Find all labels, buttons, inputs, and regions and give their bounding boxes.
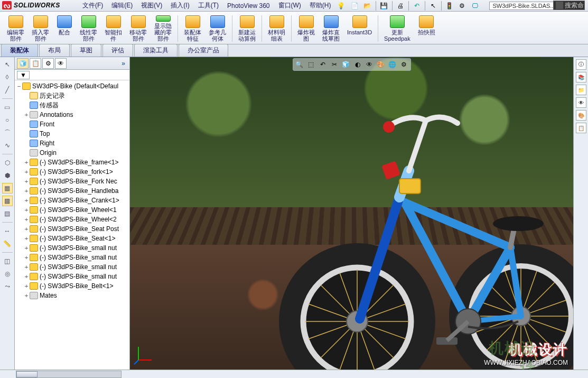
orientation-triad[interactable] bbox=[133, 344, 154, 365]
tab-layout[interactable]: 布局 bbox=[39, 44, 70, 57]
expand-icon[interactable]: + bbox=[23, 292, 30, 299]
options-icon[interactable]: ⚙ bbox=[458, 1, 467, 11]
expand-icon[interactable]: + bbox=[23, 226, 30, 233]
3d-viewport[interactable]: 🔍 ⬚ ↶ ✂ 🧊 ◐ 👁 🎨 🌐 ⚙ bbox=[130, 57, 573, 370]
dim-icon[interactable]: ↔ bbox=[2, 226, 13, 236]
rebuild-icon[interactable]: 🚦 bbox=[445, 1, 454, 11]
view1-icon[interactable]: ▦ bbox=[2, 183, 13, 193]
mate-button[interactable]: 配合 bbox=[53, 14, 76, 43]
open-icon[interactable]: 📂 bbox=[363, 1, 372, 11]
expand-icon[interactable]: + bbox=[23, 159, 30, 166]
expand-icon[interactable]: + bbox=[23, 283, 30, 290]
spline-icon[interactable]: ∿ bbox=[2, 140, 13, 151]
cursor-icon[interactable]: ↖ bbox=[2, 59, 13, 70]
document-name[interactable]: SW3dPS-Bike.SLDAS... bbox=[489, 2, 559, 10]
tree-body[interactable]: −SW3dPS-Bike (Default<Defaul 历史记录 传感器+An… bbox=[15, 80, 129, 370]
menu-photoview[interactable]: PhotoView 360 bbox=[224, 1, 273, 11]
tree-node[interactable]: +Annotations bbox=[16, 110, 128, 119]
expand-icon[interactable]: + bbox=[23, 235, 30, 242]
tree-node[interactable]: Front bbox=[16, 119, 128, 129]
expand-icon[interactable]: + bbox=[23, 273, 30, 280]
menu-edit[interactable]: 编辑(E) bbox=[108, 0, 136, 11]
screen-icon[interactable]: 🖵 bbox=[470, 1, 480, 11]
tree-node[interactable]: +(-) SW3dPS-Bike_small nut bbox=[16, 253, 128, 262]
tree-node[interactable]: +(-) SW3dPS-Bike_Wheel<2 bbox=[16, 215, 128, 224]
appearance-icon[interactable]: 🎨 bbox=[376, 60, 386, 69]
zoom-fit-icon[interactable]: 🔍 bbox=[294, 60, 305, 69]
expand-icon[interactable]: + bbox=[23, 112, 30, 118]
expand-icon[interactable]: + bbox=[23, 254, 30, 261]
sweep-icon[interactable]: ⤳ bbox=[2, 281, 13, 292]
expand-icon[interactable] bbox=[23, 140, 30, 147]
smart-fastener-button[interactable]: 智能扣 件 bbox=[101, 14, 126, 43]
edit-component-button[interactable]: 编辑零 部件 bbox=[3, 14, 28, 43]
tree-node[interactable]: +(-) SW3dPS-Bike_small nut bbox=[16, 272, 128, 281]
tree-node[interactable]: +(-) SW3dPS-Bike_Belt<1> bbox=[16, 281, 128, 291]
part-icon[interactable]: ⬡ bbox=[2, 158, 13, 168]
rect-icon[interactable]: ▭ bbox=[2, 102, 13, 113]
tab-sketch[interactable]: 草图 bbox=[71, 44, 101, 57]
expand-icon[interactable]: + bbox=[23, 264, 30, 271]
display-style-icon[interactable]: ◐ bbox=[352, 60, 363, 69]
new-icon[interactable]: 📄 bbox=[350, 1, 360, 11]
tab-assembly[interactable]: 装配体 bbox=[1, 44, 38, 57]
expand-icon[interactable]: + bbox=[23, 207, 30, 214]
tree-tab-config[interactable]: ⚙ bbox=[42, 58, 54, 69]
tree-tab-feature[interactable]: 🧊 bbox=[17, 58, 29, 69]
grid-icon[interactable]: ▤ bbox=[2, 208, 13, 219]
insert-component-button[interactable]: 插入零 部件 bbox=[28, 14, 53, 43]
taskpane-appearance-icon[interactable]: 🎨 bbox=[576, 110, 586, 121]
hide-show-icon[interactable]: 👁 bbox=[364, 60, 375, 69]
tree-node[interactable]: +(-) SW3dPS-Bike_Seat<1> bbox=[16, 234, 128, 243]
tree-node[interactable]: +(-) SW3dPS-Bike_fork<1> bbox=[16, 167, 128, 177]
taskpane-view-icon[interactable]: 👁 bbox=[576, 97, 586, 108]
tree-node[interactable]: 历史记录 bbox=[16, 91, 128, 100]
tree-node[interactable]: +(-) SW3dPS-Bike_small nut bbox=[16, 243, 128, 253]
print-icon[interactable]: 🖨 bbox=[396, 1, 405, 11]
circle-icon[interactable]: ○ bbox=[2, 115, 13, 125]
menu-insert[interactable]: 插入(I) bbox=[167, 0, 192, 11]
expand-icon[interactable] bbox=[23, 121, 30, 128]
expand-icon[interactable] bbox=[23, 131, 30, 137]
show-hide-button[interactable]: 显示隐 藏的零 部件 bbox=[151, 14, 175, 43]
tree-node[interactable]: +(-) SW3dPS-Bike_small nut bbox=[16, 262, 128, 272]
filter-dropdown[interactable]: ▼ bbox=[17, 71, 30, 79]
undo-icon[interactable]: ↶ bbox=[412, 1, 422, 11]
view2-icon[interactable]: ▩ bbox=[2, 196, 13, 206]
menu-window[interactable]: 窗口(W) bbox=[275, 0, 304, 11]
select-icon[interactable]: ↖ bbox=[428, 1, 438, 11]
expand-icon[interactable] bbox=[23, 93, 30, 99]
tree-node[interactable]: +(-) SW3dPS-Bike_Seat Post bbox=[16, 224, 128, 234]
expand-icon[interactable]: + bbox=[23, 216, 30, 223]
assembly-feature-button[interactable]: 装配体 特征 bbox=[180, 14, 205, 43]
tree-tab-display[interactable]: 👁 bbox=[55, 58, 67, 69]
line-icon[interactable]: ╱ bbox=[2, 85, 13, 95]
prev-view-icon[interactable]: ↶ bbox=[318, 60, 328, 69]
tree-node[interactable]: 传感器 bbox=[16, 100, 128, 110]
revolve-icon[interactable]: ◎ bbox=[2, 269, 13, 279]
tree-collapse-icon[interactable]: » bbox=[122, 60, 125, 67]
ref-geometry-button[interactable]: 参考几 何体 bbox=[205, 14, 230, 43]
arc-icon[interactable]: ⌒ bbox=[2, 127, 13, 138]
tree-node[interactable]: +(-) SW3dPS-Bike_Fork Nec bbox=[16, 177, 128, 186]
taskpane-explorer-icon[interactable]: 📁 bbox=[576, 85, 586, 95]
menu-tools[interactable]: 工具(T) bbox=[195, 0, 222, 11]
expand-icon[interactable]: + bbox=[23, 245, 30, 252]
taskpane-property-icon[interactable]: 📋 bbox=[576, 123, 586, 133]
tree-node[interactable]: +(-) SW3dPS-Bike_Wheel<1 bbox=[16, 205, 128, 215]
expand-icon[interactable]: + bbox=[23, 197, 30, 204]
tab-render[interactable]: 渲染工具 bbox=[134, 44, 178, 57]
save-icon[interactable]: 💾 bbox=[379, 1, 389, 11]
extrude-icon[interactable]: ◫ bbox=[2, 256, 13, 266]
tree-node[interactable]: +(-) SW3dPS-Bike_frame<1> bbox=[16, 158, 128, 167]
horizontal-scrollbar[interactable] bbox=[0, 370, 588, 378]
measure-icon[interactable]: 📏 bbox=[2, 238, 13, 249]
help-icon[interactable]: 💡 bbox=[337, 1, 346, 11]
expand-icon[interactable]: + bbox=[23, 169, 30, 176]
zoom-area-icon[interactable]: ⬚ bbox=[306, 60, 316, 69]
tree-node[interactable]: +(-) SW3dPS-Bike_Crank<1> bbox=[16, 196, 128, 205]
menu-view[interactable]: 视图(V) bbox=[138, 0, 165, 11]
bom-button[interactable]: 材料明 细表 bbox=[264, 14, 289, 43]
search-input[interactable]: 搜索命 bbox=[553, 1, 585, 10]
expand-icon[interactable]: + bbox=[23, 188, 30, 195]
